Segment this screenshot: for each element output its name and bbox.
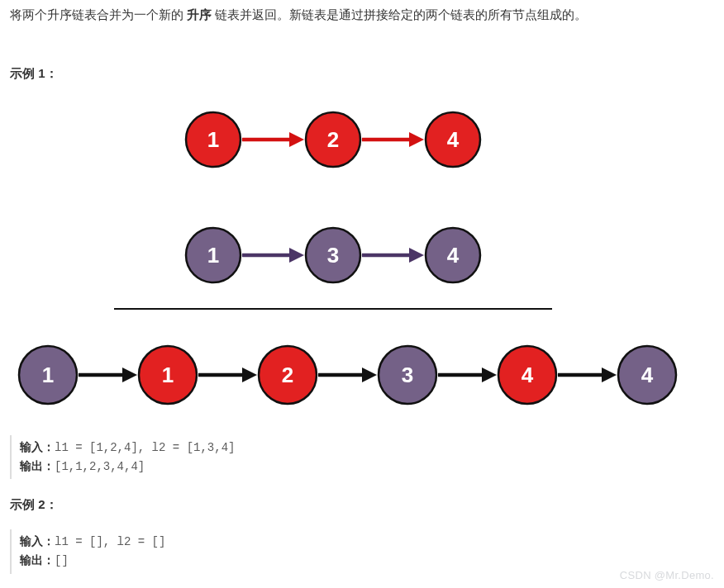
svg-text:3: 3: [327, 243, 339, 268]
output-label: 输出：: [20, 459, 55, 472]
list-node: 1: [19, 346, 77, 404]
svg-text:2: 2: [327, 127, 339, 152]
svg-text:4: 4: [447, 243, 460, 268]
output-label: 输出：: [20, 553, 55, 567]
example2-input: 输入：l1 = [], l2 = []: [20, 533, 714, 552]
arrow: [438, 368, 497, 382]
svg-text:4: 4: [641, 363, 654, 387]
svg-text:1: 1: [42, 363, 54, 387]
arrow: [79, 368, 137, 382]
svg-marker-31: [362, 368, 377, 382]
example1-io: 输入：l1 = [1,2,4], l2 = [1,3,4] 输出：[1,1,2,…: [10, 435, 714, 479]
svg-text:1: 1: [162, 363, 174, 387]
svg-marker-27: [242, 368, 257, 382]
list-node: 2: [306, 112, 360, 167]
list-node: 4: [498, 346, 556, 404]
input-code: l1 = [1,2,4], l2 = [1,3,4]: [55, 441, 235, 454]
arrow: [362, 132, 424, 147]
list-node: 4: [426, 112, 480, 167]
input-label: 输入：: [20, 534, 55, 548]
merge-diagram: 124134112344: [11, 98, 713, 420]
output-code: []: [55, 554, 69, 567]
arrow: [242, 248, 304, 263]
list-node: 4: [618, 346, 676, 404]
list-node: 3: [379, 346, 436, 404]
list-node: 3: [306, 228, 360, 282]
list-node: 1: [186, 112, 241, 167]
input-code: l1 = [], l2 = []: [55, 535, 165, 548]
svg-text:4: 4: [447, 127, 460, 152]
example1-diagram: 124134112344: [10, 98, 714, 420]
input-label: 输入：: [20, 440, 55, 453]
example2-io: 输入：l1 = [], l2 = [] 输出：[]: [10, 529, 714, 573]
list-node: 4: [426, 228, 480, 282]
example1-input: 输入：l1 = [1,2,4], l2 = [1,3,4]: [20, 439, 714, 458]
intro-pre: 将两个升序链表合并为一个新的: [10, 7, 187, 21]
svg-text:4: 4: [522, 363, 534, 387]
output-code: [1,1,2,3,4,4]: [55, 460, 145, 473]
svg-text:2: 2: [282, 363, 293, 387]
svg-marker-7: [409, 132, 424, 147]
problem-intro: 将两个升序链表合并为一个新的 升序 链表并返回。新链表是通过拼接给定的两个链表的…: [10, 5, 714, 25]
list-node: 1: [186, 228, 241, 282]
example2-heading: 示例 2：: [10, 497, 714, 513]
watermark: CSDN @Mr.Demo.: [620, 569, 714, 581]
example1-output: 输出：[1,1,2,3,4,4]: [20, 458, 714, 477]
svg-marker-17: [409, 248, 424, 263]
list-node: 1: [139, 346, 197, 404]
svg-marker-35: [482, 368, 497, 382]
svg-text:1: 1: [207, 127, 219, 152]
arrow: [362, 248, 424, 263]
intro-post: 链表并返回。新链表是通过拼接给定的两个链表的所有节点组成的。: [212, 7, 587, 21]
svg-marker-39: [602, 368, 617, 382]
svg-text:1: 1: [207, 243, 219, 268]
intro-bold: 升序: [187, 7, 212, 21]
arrow: [242, 132, 304, 147]
arrow: [198, 368, 257, 382]
arrow: [558, 368, 617, 382]
svg-marker-3: [289, 132, 304, 147]
example1-heading: 示例 1：: [10, 66, 714, 82]
example2-output: 输出：[]: [20, 552, 714, 571]
list-node: 2: [259, 346, 317, 404]
svg-marker-13: [289, 248, 304, 263]
svg-text:3: 3: [402, 363, 413, 387]
svg-marker-23: [122, 368, 137, 382]
arrow: [318, 368, 377, 382]
